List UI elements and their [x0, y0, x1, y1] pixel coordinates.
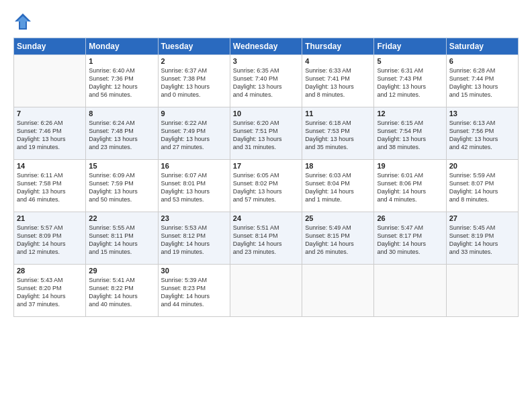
- day-info: Sunrise: 5:45 AM Sunset: 8:19 PM Dayligh…: [449, 224, 515, 257]
- calendar-cell: 7Sunrise: 6:26 AM Sunset: 7:46 PM Daylig…: [14, 107, 86, 160]
- day-number: 2: [161, 57, 227, 65]
- page: SundayMondayTuesdayWednesdayThursdayFrid…: [0, 0, 532, 411]
- day-info: Sunrise: 6:11 AM Sunset: 7:58 PM Dayligh…: [17, 171, 83, 204]
- day-number: 1: [89, 57, 154, 65]
- calendar-cell: 17Sunrise: 6:05 AM Sunset: 8:02 PM Dayli…: [230, 160, 302, 212]
- week-row-1: 1Sunrise: 6:40 AM Sunset: 7:36 PM Daylig…: [14, 55, 519, 107]
- day-number: 4: [305, 57, 371, 65]
- calendar-cell: 4Sunrise: 6:33 AM Sunset: 7:41 PM Daylig…: [302, 55, 374, 107]
- logo: [13, 12, 35, 31]
- day-number: 27: [449, 214, 515, 222]
- day-info: Sunrise: 6:15 AM Sunset: 7:54 PM Dayligh…: [377, 119, 443, 152]
- day-info: Sunrise: 6:03 AM Sunset: 8:04 PM Dayligh…: [305, 171, 371, 204]
- day-info: Sunrise: 6:28 AM Sunset: 7:44 PM Dayligh…: [449, 66, 515, 99]
- day-number: 12: [377, 109, 443, 118]
- calendar-cell: 16Sunrise: 6:07 AM Sunset: 8:01 PM Dayli…: [158, 160, 230, 212]
- day-number: 19: [377, 162, 443, 170]
- day-number: 3: [233, 57, 299, 65]
- calendar-cell: 22Sunrise: 5:55 AM Sunset: 8:11 PM Dayli…: [86, 212, 158, 265]
- calendar-cell: 28Sunrise: 5:43 AM Sunset: 8:20 PM Dayli…: [14, 265, 86, 317]
- week-row-2: 7Sunrise: 6:26 AM Sunset: 7:46 PM Daylig…: [14, 107, 519, 160]
- calendar-cell: 3Sunrise: 6:35 AM Sunset: 7:40 PM Daylig…: [230, 55, 302, 107]
- day-info: Sunrise: 6:24 AM Sunset: 7:48 PM Dayligh…: [89, 119, 154, 152]
- calendar-cell: [14, 55, 86, 107]
- calendar-cell: 27Sunrise: 5:45 AM Sunset: 8:19 PM Dayli…: [446, 212, 518, 265]
- day-number: 8: [89, 109, 154, 118]
- calendar-cell: 23Sunrise: 5:53 AM Sunset: 8:12 PM Dayli…: [158, 212, 230, 265]
- day-number: 16: [161, 162, 227, 170]
- day-number: 13: [449, 109, 515, 118]
- day-number: 25: [305, 214, 371, 222]
- day-number: 6: [449, 57, 515, 65]
- day-info: Sunrise: 5:57 AM Sunset: 8:09 PM Dayligh…: [17, 224, 83, 257]
- day-number: 7: [17, 109, 83, 118]
- day-info: Sunrise: 6:35 AM Sunset: 7:40 PM Dayligh…: [233, 66, 299, 99]
- day-number: 11: [305, 109, 371, 118]
- day-number: 20: [449, 162, 515, 170]
- day-number: 18: [305, 162, 371, 170]
- day-info: Sunrise: 5:39 AM Sunset: 8:23 PM Dayligh…: [161, 276, 227, 309]
- day-info: Sunrise: 6:26 AM Sunset: 7:46 PM Dayligh…: [17, 119, 83, 152]
- day-number: 29: [89, 267, 154, 275]
- day-info: Sunrise: 5:49 AM Sunset: 8:15 PM Dayligh…: [305, 224, 371, 257]
- weekday-header-saturday: Saturday: [446, 38, 518, 55]
- calendar-cell: 30Sunrise: 5:39 AM Sunset: 8:23 PM Dayli…: [158, 265, 230, 317]
- calendar-cell: 9Sunrise: 6:22 AM Sunset: 7:49 PM Daylig…: [158, 107, 230, 160]
- day-info: Sunrise: 5:55 AM Sunset: 8:11 PM Dayligh…: [89, 224, 154, 257]
- day-info: Sunrise: 6:20 AM Sunset: 7:51 PM Dayligh…: [233, 119, 299, 152]
- day-info: Sunrise: 6:31 AM Sunset: 7:43 PM Dayligh…: [377, 66, 443, 99]
- day-number: 17: [233, 162, 299, 170]
- calendar-cell: [230, 265, 302, 317]
- weekday-header-row: SundayMondayTuesdayWednesdayThursdayFrid…: [14, 38, 519, 55]
- day-number: 23: [161, 214, 227, 222]
- calendar-cell: 20Sunrise: 5:59 AM Sunset: 8:07 PM Dayli…: [446, 160, 518, 212]
- weekday-header-sunday: Sunday: [14, 38, 86, 55]
- day-info: Sunrise: 6:18 AM Sunset: 7:53 PM Dayligh…: [305, 119, 371, 152]
- day-info: Sunrise: 6:05 AM Sunset: 8:02 PM Dayligh…: [233, 171, 299, 204]
- calendar-cell: 26Sunrise: 5:47 AM Sunset: 8:17 PM Dayli…: [374, 212, 446, 265]
- calendar-cell: 21Sunrise: 5:57 AM Sunset: 8:09 PM Dayli…: [14, 212, 86, 265]
- calendar-cell: 1Sunrise: 6:40 AM Sunset: 7:36 PM Daylig…: [86, 55, 158, 107]
- calendar-cell: 13Sunrise: 6:13 AM Sunset: 7:56 PM Dayli…: [446, 107, 518, 160]
- calendar-cell: 2Sunrise: 6:37 AM Sunset: 7:38 PM Daylig…: [158, 55, 230, 107]
- calendar-cell: [446, 265, 518, 317]
- day-number: 9: [161, 109, 227, 118]
- weekday-header-monday: Monday: [86, 38, 158, 55]
- day-number: 22: [89, 214, 154, 222]
- day-info: Sunrise: 5:41 AM Sunset: 8:22 PM Dayligh…: [89, 276, 154, 309]
- calendar-cell: 8Sunrise: 6:24 AM Sunset: 7:48 PM Daylig…: [86, 107, 158, 160]
- calendar-cell: 25Sunrise: 5:49 AM Sunset: 8:15 PM Dayli…: [302, 212, 374, 265]
- day-number: 21: [17, 214, 83, 222]
- calendar-cell: 24Sunrise: 5:51 AM Sunset: 8:14 PM Dayli…: [230, 212, 302, 265]
- calendar-cell: 6Sunrise: 6:28 AM Sunset: 7:44 PM Daylig…: [446, 55, 518, 107]
- day-info: Sunrise: 6:01 AM Sunset: 8:06 PM Dayligh…: [377, 171, 443, 204]
- day-info: Sunrise: 6:40 AM Sunset: 7:36 PM Dayligh…: [89, 66, 154, 99]
- day-number: 5: [377, 57, 443, 65]
- calendar-cell: [374, 265, 446, 317]
- day-info: Sunrise: 6:22 AM Sunset: 7:49 PM Dayligh…: [161, 119, 227, 152]
- day-info: Sunrise: 5:47 AM Sunset: 8:17 PM Dayligh…: [377, 224, 443, 257]
- calendar-cell: 11Sunrise: 6:18 AM Sunset: 7:53 PM Dayli…: [302, 107, 374, 160]
- day-number: 14: [17, 162, 83, 170]
- day-number: 24: [233, 214, 299, 222]
- weekday-header-wednesday: Wednesday: [230, 38, 302, 55]
- day-info: Sunrise: 6:13 AM Sunset: 7:56 PM Dayligh…: [449, 119, 515, 152]
- day-info: Sunrise: 6:07 AM Sunset: 8:01 PM Dayligh…: [161, 171, 227, 204]
- week-row-5: 28Sunrise: 5:43 AM Sunset: 8:20 PM Dayli…: [14, 265, 519, 317]
- calendar-cell: 12Sunrise: 6:15 AM Sunset: 7:54 PM Dayli…: [374, 107, 446, 160]
- day-info: Sunrise: 6:09 AM Sunset: 7:59 PM Dayligh…: [89, 171, 154, 204]
- day-number: 26: [377, 214, 443, 222]
- calendar: SundayMondayTuesdayWednesdayThursdayFrid…: [13, 38, 519, 317]
- calendar-cell: 18Sunrise: 6:03 AM Sunset: 8:04 PM Dayli…: [302, 160, 374, 212]
- calendar-cell: 29Sunrise: 5:41 AM Sunset: 8:22 PM Dayli…: [86, 265, 158, 317]
- calendar-cell: 14Sunrise: 6:11 AM Sunset: 7:58 PM Dayli…: [14, 160, 86, 212]
- header: [13, 12, 519, 31]
- day-info: Sunrise: 5:53 AM Sunset: 8:12 PM Dayligh…: [161, 224, 227, 257]
- logo-icon: [13, 12, 32, 31]
- day-number: 30: [161, 267, 227, 275]
- weekday-header-tuesday: Tuesday: [158, 38, 230, 55]
- calendar-cell: 5Sunrise: 6:31 AM Sunset: 7:43 PM Daylig…: [374, 55, 446, 107]
- calendar-cell: 19Sunrise: 6:01 AM Sunset: 8:06 PM Dayli…: [374, 160, 446, 212]
- day-number: 10: [233, 109, 299, 118]
- day-info: Sunrise: 5:43 AM Sunset: 8:20 PM Dayligh…: [17, 276, 83, 309]
